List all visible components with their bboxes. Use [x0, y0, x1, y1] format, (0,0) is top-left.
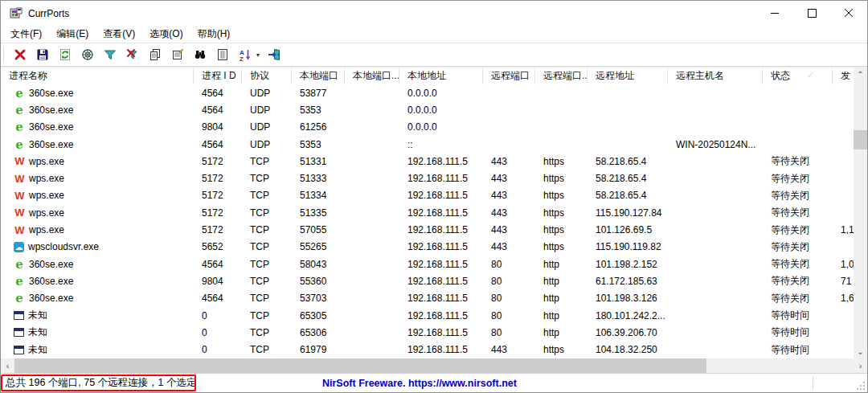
menu-view[interactable]: 查看(V) — [96, 26, 142, 43]
sort-dropdown-caret[interactable]: ▾ — [253, 44, 263, 65]
state-cell: 等待时间 — [763, 307, 833, 324]
local-address-cell: 192.168.111.5 — [399, 239, 483, 256]
table-row[interactable]: 未知 0 TCP 65305 192.168.111.5 80 http 180… — [1, 307, 854, 324]
report-button[interactable] — [211, 44, 234, 65]
properties-button[interactable] — [166, 44, 189, 65]
vertical-scrollbar[interactable]: ⌃ ⌄ — [854, 68, 867, 358]
horizontal-scrollbar[interactable]: ‹ › — [1, 358, 867, 373]
local-port-cell: 55360 — [292, 272, 345, 289]
remote-host-cell — [668, 204, 763, 221]
local-address-cell: 192.168.111.5 — [399, 272, 483, 289]
pid-cell: 4564 — [194, 101, 242, 118]
close-button[interactable] — [830, 1, 867, 26]
table-row[interactable]: wps.exe 5172 TCP 57055 192.168.111.5 443… — [1, 221, 854, 238]
find-button[interactable] — [189, 44, 211, 65]
state-cell: 等待关闭 — [763, 170, 833, 186]
column-header-remote-address[interactable]: 远程地址 — [588, 68, 668, 84]
column-header-local-address[interactable]: 本地地址 — [399, 68, 483, 84]
filter-button[interactable] — [99, 44, 121, 65]
column-header-process[interactable]: 进程名称 — [1, 68, 194, 84]
scroll-left-arrow[interactable]: ‹ — [1, 358, 14, 373]
column-header-remote-host[interactable]: 远程主机名 — [668, 68, 763, 84]
close-icon — [845, 9, 854, 18]
remote-port-name-cell — [535, 119, 588, 136]
protocol-cell: TCP — [242, 307, 292, 324]
menu-edit[interactable]: 编辑(E) — [49, 26, 96, 43]
table-row[interactable]: 360se.exe 4564 TCP 58043 192.168.111.5 8… — [1, 256, 854, 272]
local-port-cell: 65306 — [292, 324, 345, 341]
resolve-addresses-button[interactable] — [76, 44, 99, 65]
table-row[interactable]: wps.exe 5172 TCP 51334 192.168.111.5 443… — [1, 187, 854, 204]
clear-filter-button[interactable] — [121, 44, 144, 65]
column-header-remote-port[interactable]: 远程端口 — [483, 68, 535, 84]
local-port-name-cell — [345, 290, 399, 307]
horizontal-scrollbar-thumb[interactable] — [14, 358, 706, 373]
column-header-protocol[interactable]: 协议 — [242, 68, 292, 84]
column-header-remote-port-name[interactable]: 远程端口... — [535, 68, 588, 84]
table-row[interactable]: 360se.exe 4564 UDP 5353 0.0.0.0 — [1, 101, 854, 118]
vertical-scrollbar-thumb[interactable] — [854, 130, 867, 149]
remote-address-cell: 101.126.69.5 — [588, 221, 668, 238]
table-row[interactable]: 360se.exe 4564 TCP 53703 192.168.111.5 8… — [1, 290, 854, 307]
menu-bar: 文件(F) 编辑(E) 查看(V) 选项(O) 帮助(H) — [1, 26, 867, 43]
pid-cell: 4564 — [194, 290, 242, 307]
remote-port-name-cell: https — [535, 204, 588, 221]
column-header-pid[interactable]: 进程 I D — [194, 68, 242, 84]
minimize-button[interactable] — [756, 1, 793, 26]
table-row[interactable]: wps.exe 5172 TCP 51333 192.168.111.5 443… — [1, 170, 854, 186]
column-header-local-port[interactable]: 本地端口 — [292, 68, 345, 84]
table-row[interactable]: 未知 0 TCP 65306 192.168.111.5 80 http 106… — [1, 324, 854, 341]
table-row[interactable]: 360se.exe 4564 UDP 5353 :: WIN-20250124N… — [1, 136, 854, 153]
local-address-cell: 0.0.0.0 — [399, 84, 483, 101]
remote-port-name-cell: http — [535, 324, 588, 341]
state-cell: 等待关闭 — [763, 239, 833, 256]
table-row[interactable]: 未知 0 TCP 61979 192.168.111.5 443 https 1… — [1, 341, 854, 358]
exit-button[interactable] — [263, 44, 285, 65]
table-row[interactable]: 360se.exe 9804 TCP 55360 192.168.111.5 8… — [1, 272, 854, 289]
menu-help[interactable]: 帮助(H) — [190, 26, 238, 43]
nirsoft-link[interactable]: NirSoft Freeware. https://www.nirsoft.ne… — [322, 378, 517, 389]
refresh-button[interactable] — [54, 44, 76, 65]
remote-address-cell — [588, 84, 668, 101]
save-button[interactable] — [31, 44, 54, 65]
table-row[interactable]: wps.exe 5172 TCP 51331 192.168.111.5 443… — [1, 153, 854, 170]
local-address-cell: 192.168.111.5 — [399, 153, 483, 170]
column-header-sent[interactable]: 发 — [833, 68, 854, 84]
local-port-name-cell — [345, 136, 399, 153]
scroll-up-arrow[interactable]: ⌃ — [854, 68, 867, 81]
remote-port-cell: 80 — [483, 272, 535, 289]
column-header-state[interactable]: 状态⟋ — [763, 68, 833, 84]
sent-bytes-cell: 1,1 — [833, 221, 854, 238]
pid-cell: 4564 — [194, 84, 242, 101]
local-port-name-cell — [345, 221, 399, 238]
maximize-button[interactable] — [793, 1, 830, 26]
table-row[interactable]: wpscloudsvr.exe 5652 TCP 55265 192.168.1… — [1, 239, 854, 256]
process-cell: wps.exe — [1, 187, 194, 204]
sent-bytes-cell — [833, 324, 854, 341]
table-row[interactable]: wps.exe 5172 TCP 51335 192.168.111.5 443… — [1, 204, 854, 221]
process-cell: 未知 — [1, 341, 194, 358]
minimize-icon — [771, 9, 780, 18]
sent-bytes-cell — [833, 119, 854, 136]
table-row[interactable]: 360se.exe 9804 UDP 61256 0.0.0.0 — [1, 119, 854, 136]
local-address-cell: 192.168.111.5 — [399, 187, 483, 204]
table-row[interactable]: 360se.exe 4564 UDP 53877 0.0.0.0 — [1, 84, 854, 101]
column-header-local-port-name[interactable]: 本地端口... — [345, 68, 399, 84]
menu-options[interactable]: 选项(O) — [142, 26, 190, 43]
report-icon — [216, 48, 229, 61]
resize-grip[interactable] — [857, 382, 865, 390]
copy-button[interactable] — [144, 44, 166, 65]
local-port-name-cell — [345, 256, 399, 272]
scroll-right-arrow[interactable]: › — [854, 358, 867, 373]
close-connection-button[interactable] — [9, 44, 31, 65]
remote-port-name-cell — [535, 101, 588, 118]
remote-port-cell: 443 — [483, 170, 535, 186]
local-port-name-cell — [345, 84, 399, 101]
local-port-name-cell — [345, 324, 399, 341]
remote-port-cell: 443 — [483, 153, 535, 170]
local-port-name-cell — [345, 307, 399, 324]
remote-address-cell — [588, 101, 668, 118]
menu-file[interactable]: 文件(F) — [3, 26, 49, 43]
remote-host-cell — [668, 187, 763, 204]
scroll-down-arrow[interactable]: ⌄ — [854, 345, 867, 358]
